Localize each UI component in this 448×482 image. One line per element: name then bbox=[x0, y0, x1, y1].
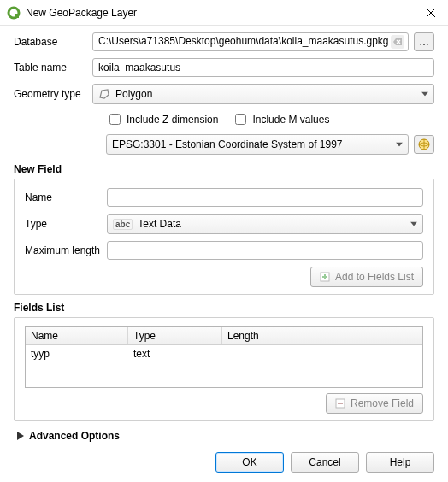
qgis-logo-icon bbox=[7, 6, 21, 20]
field-type-label: Type bbox=[25, 218, 107, 230]
include-m-label: Include M values bbox=[252, 114, 329, 126]
table-row[interactable]: tyyp text bbox=[26, 345, 422, 362]
include-z-label: Include Z dimension bbox=[127, 114, 218, 126]
field-name-label: Name bbox=[25, 191, 107, 203]
new-field-heading: New Field bbox=[14, 163, 434, 175]
chevron-down-icon bbox=[396, 143, 403, 147]
table-name-label: Table name bbox=[14, 62, 92, 73]
fields-list-heading: Fields List bbox=[14, 302, 434, 314]
include-z-box[interactable] bbox=[109, 114, 121, 125]
new-field-group: Name Type abc Text Data Maximum length A… bbox=[14, 179, 434, 295]
advanced-options-toggle[interactable]: Advanced Options bbox=[17, 430, 434, 442]
add-field-icon bbox=[320, 272, 330, 282]
include-m-checkbox[interactable]: Include M values bbox=[232, 111, 329, 127]
col-name-header[interactable]: Name bbox=[26, 327, 128, 344]
advanced-options-label: Advanced Options bbox=[29, 430, 120, 442]
svg-marker-7 bbox=[100, 90, 109, 98]
table-name-input[interactable] bbox=[92, 58, 434, 77]
database-label: Database bbox=[14, 36, 92, 48]
remove-field-label: Remove Field bbox=[351, 397, 414, 409]
polygon-icon bbox=[98, 88, 110, 100]
help-button[interactable]: Help bbox=[366, 452, 434, 473]
browse-database-button[interactable]: … bbox=[414, 32, 434, 51]
remove-field-icon bbox=[335, 398, 345, 409]
svg-marker-9 bbox=[396, 143, 403, 147]
cell-name: tyyp bbox=[26, 345, 128, 362]
geometry-type-value: Polygon bbox=[115, 88, 152, 100]
fields-table[interactable]: Name Type Length tyyp text bbox=[25, 326, 423, 388]
close-button[interactable] bbox=[414, 0, 448, 26]
ok-button[interactable]: OK bbox=[215, 452, 284, 473]
chevron-right-icon bbox=[17, 432, 24, 440]
add-to-fields-label: Add to Fields List bbox=[335, 271, 414, 283]
cancel-button[interactable]: Cancel bbox=[291, 452, 359, 473]
max-length-input[interactable] bbox=[107, 241, 423, 260]
crs-value: EPSG:3301 - Estonian Coordinate System o… bbox=[112, 138, 343, 150]
field-type-value: Text Data bbox=[138, 218, 181, 230]
close-icon bbox=[427, 9, 435, 17]
window-title: New GeoPackage Layer bbox=[26, 7, 414, 19]
remove-field-button[interactable]: Remove Field bbox=[326, 393, 423, 414]
svg-marker-11 bbox=[410, 222, 417, 226]
database-value: C:\Users\a71385\Desktop\geohum\data\koil… bbox=[98, 35, 389, 47]
field-type-select[interactable]: abc Text Data bbox=[107, 214, 423, 234]
cell-type: text bbox=[128, 345, 222, 362]
title-bar: New GeoPackage Layer bbox=[0, 0, 448, 26]
fields-list-group: Name Type Length tyyp text Remove Field bbox=[14, 317, 434, 421]
field-name-input[interactable] bbox=[107, 188, 423, 207]
geometry-type-label: Geometry type bbox=[14, 88, 92, 100]
dialog-footer: OK Cancel Help bbox=[0, 452, 448, 482]
chevron-down-icon bbox=[410, 222, 417, 226]
svg-marker-17 bbox=[17, 432, 24, 440]
text-type-icon: abc bbox=[113, 219, 133, 230]
add-to-fields-button[interactable]: Add to Fields List bbox=[310, 267, 423, 287]
svg-marker-8 bbox=[421, 92, 428, 97]
col-type-header[interactable]: Type bbox=[128, 327, 222, 344]
crs-select[interactable]: EPSG:3301 - Estonian Coordinate System o… bbox=[106, 134, 409, 155]
ellipsis-icon: … bbox=[419, 36, 429, 48]
crs-globe-icon bbox=[417, 138, 431, 151]
cell-length bbox=[222, 345, 422, 362]
database-input[interactable]: C:\Users\a71385\Desktop\geohum\data\koil… bbox=[92, 32, 409, 51]
geometry-type-select[interactable]: Polygon bbox=[92, 84, 434, 104]
include-z-checkbox[interactable]: Include Z dimension bbox=[106, 111, 218, 127]
crs-picker-button[interactable] bbox=[414, 135, 434, 154]
clear-input-icon[interactable] bbox=[391, 35, 404, 49]
svg-marker-4 bbox=[393, 38, 402, 45]
table-header: Name Type Length bbox=[26, 327, 422, 345]
chevron-down-icon bbox=[421, 92, 428, 97]
svg-rect-1 bbox=[15, 14, 19, 18]
include-m-box[interactable] bbox=[235, 114, 246, 125]
max-length-label: Maximum length bbox=[25, 244, 107, 256]
col-length-header[interactable]: Length bbox=[222, 327, 422, 344]
